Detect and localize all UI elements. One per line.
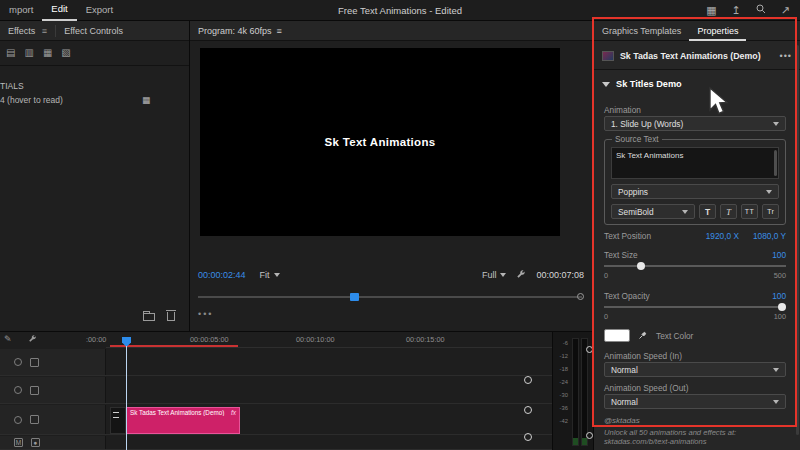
scrollbar-handle[interactable]: [524, 433, 532, 441]
fit-dropdown[interactable]: Fit: [260, 270, 280, 280]
new-bin-icon[interactable]: [143, 313, 155, 321]
all-caps-button[interactable]: TT: [741, 204, 758, 219]
program-monitor-panel: Program: 4k 60fps ≡ Sk Text Animations 0…: [190, 21, 592, 331]
text-size-value[interactable]: 100: [772, 250, 786, 260]
tab-effects[interactable]: Effects ≡: [0, 21, 55, 41]
chevron-down-icon: [682, 210, 688, 214]
fullscreen-icon[interactable]: ↗: [781, 4, 790, 17]
scrollbar-handle[interactable]: [586, 346, 593, 353]
menu-bar: mport Edit Export Free Text Animations -…: [0, 0, 800, 20]
source-text-input[interactable]: Sk Text Animations: [611, 147, 779, 179]
program-scrub-bar[interactable]: [198, 293, 582, 301]
db-scale-label: -12: [553, 353, 568, 359]
audio-meters-panel: -6 -12 -18 -24 -30 -36 -42: [553, 332, 593, 450]
video-track-1[interactable]: [0, 405, 552, 435]
delete-icon[interactable]: [167, 312, 175, 321]
slider-track: [604, 265, 786, 267]
work-area-bar[interactable]: [110, 345, 238, 347]
track-lock-icon[interactable]: [30, 386, 39, 395]
position-x-value[interactable]: 1920,0 X: [706, 231, 739, 241]
mic-icon[interactable]: ●: [31, 438, 40, 447]
tab-effect-controls[interactable]: Effect Controls: [56, 21, 131, 41]
clip-head-segment[interactable]: [110, 407, 126, 434]
db-scale-label: -42: [553, 418, 568, 424]
video-track-2[interactable]: [0, 377, 552, 404]
panel-menu-icon[interactable]: ≡: [277, 26, 282, 36]
section-title: Sk Titles Demo: [616, 79, 682, 89]
ruler-label: :00:00: [86, 335, 106, 344]
left-panel-tabs: Effects ≡ Effect Controls: [0, 21, 189, 41]
menu-import[interactable]: mport: [0, 0, 42, 20]
bin-view-icon-1[interactable]: ▤: [6, 47, 15, 58]
mute-icon[interactable]: M: [14, 438, 23, 447]
bold-button[interactable]: T: [699, 204, 716, 219]
section-sk-titles-demo[interactable]: Sk Titles Demo: [602, 79, 682, 89]
position-y-value[interactable]: 1080,0 Y: [753, 231, 786, 241]
fx-badge: fx: [231, 409, 236, 416]
chevron-down-icon: [766, 190, 772, 194]
animation-speed-in-dropdown[interactable]: Normal: [604, 362, 786, 377]
chevron-down-icon[interactable]: [602, 82, 610, 87]
scrub-playhead[interactable]: [350, 293, 359, 301]
chevron-down-icon: [773, 122, 779, 126]
panel-overflow-dots[interactable]: •••: [198, 309, 213, 319]
menu-export[interactable]: Export: [77, 0, 122, 20]
slider-knob[interactable]: [778, 303, 786, 311]
font-style-dropdown[interactable]: SemiBold: [611, 204, 695, 219]
textarea-scrollbar[interactable]: [774, 150, 777, 176]
chevron-down-icon: [274, 273, 280, 277]
font-family-dropdown[interactable]: Poppins: [611, 184, 779, 199]
tab-graphics-templates[interactable]: Graphics Templates: [594, 21, 689, 41]
video-track-3[interactable]: [0, 349, 552, 376]
timeline-settings-icon[interactable]: [28, 334, 37, 345]
track-toggle-icon[interactable]: [14, 386, 22, 394]
scrollbar-handle[interactable]: [524, 376, 532, 384]
animation-label: Animation: [604, 105, 641, 115]
workspace-layout-icon[interactable]: ▦: [706, 4, 716, 17]
eyedropper-icon[interactable]: [638, 330, 648, 342]
settings-wrench-icon[interactable]: [516, 269, 526, 281]
track-toggle-icon[interactable]: [14, 358, 22, 366]
slider-knob[interactable]: [637, 262, 645, 270]
more-options-icon[interactable]: •••: [780, 51, 792, 61]
author-handle: @sktadas: [604, 416, 640, 425]
animation-speed-out-dropdown[interactable]: Normal: [604, 394, 786, 409]
bin-item[interactable]: 4 (hover to read) ▦: [0, 95, 150, 105]
program-video-preview[interactable]: Sk Text Animations: [200, 48, 560, 236]
scrollbar-handle[interactable]: [586, 432, 593, 439]
animation-dropdown[interactable]: 1. Slide Up (Words): [604, 116, 786, 131]
italic-button[interactable]: T: [720, 204, 737, 219]
quick-export-icon[interactable]: ↥: [732, 4, 741, 17]
scrub-endcap[interactable]: [577, 293, 584, 300]
track-lock-icon[interactable]: [30, 358, 39, 367]
marker-pen-icon[interactable]: ✎: [4, 334, 12, 345]
track-toggle-icon[interactable]: [14, 416, 22, 424]
panel-scrollbar[interactable]: [796, 45, 799, 435]
panel-menu-icon[interactable]: ≡: [39, 26, 47, 36]
scrollbar-handle[interactable]: [524, 406, 532, 414]
text-opacity-value[interactable]: 100: [772, 291, 786, 301]
text-opacity-min: 0: [604, 312, 608, 321]
scrub-track: [198, 296, 582, 298]
source-text-group: Source Text Sk Text Animations Poppins S…: [604, 139, 786, 225]
text-size-slider[interactable]: [604, 262, 786, 270]
tracking-button[interactable]: Tr: [762, 204, 779, 219]
clip-label-text: Sk Tadas Text Animations (Demo): [130, 409, 224, 416]
db-scale-label: -6: [553, 340, 568, 346]
audio-meter-left: [572, 338, 579, 446]
playback-resolution-dropdown[interactable]: Full: [482, 270, 507, 280]
track-lock-icon[interactable]: [30, 415, 39, 424]
effects-panel: Effects ≡ Effect Controls ▤ ▥ ▦ ▧ TIALS …: [0, 21, 189, 331]
audio-track-1[interactable]: M ●: [0, 436, 552, 450]
current-timecode[interactable]: 00:00:02:44: [198, 270, 246, 280]
text-opacity-slider[interactable]: [604, 303, 786, 311]
bin-view-icon-4[interactable]: ▧: [61, 47, 70, 58]
tab-properties[interactable]: Properties: [689, 21, 746, 41]
bin-view-icon-3[interactable]: ▦: [43, 47, 52, 58]
bin-view-icon-2[interactable]: ▥: [24, 47, 33, 58]
timeline-clip[interactable]: Sk Tadas Text Animations (Demo) fx: [126, 407, 240, 434]
text-color-swatch[interactable]: [604, 329, 630, 342]
search-icon[interactable]: [756, 4, 766, 16]
menu-edit[interactable]: Edit: [42, 0, 76, 21]
text-size-max: 500: [774, 271, 786, 280]
